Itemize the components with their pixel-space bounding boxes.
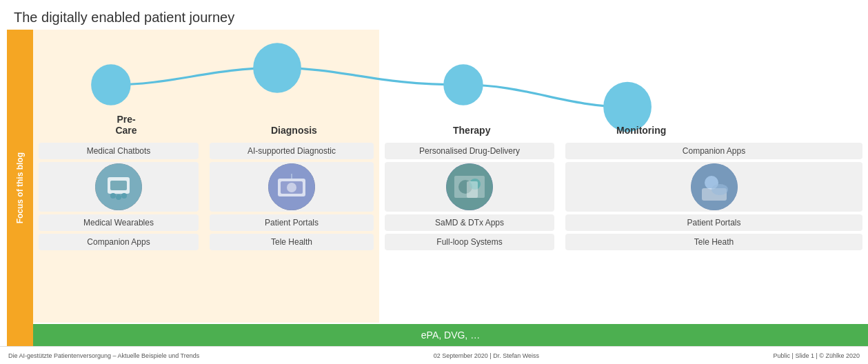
stage-label-diagnosis: Diagnosis	[271, 125, 317, 136]
card-tele-health-label: Tele Health	[210, 234, 374, 250]
card-patient-portals-monitoring-label: Patient Portals	[565, 214, 862, 231]
stage-label-therapy: Therapy	[453, 125, 490, 136]
card-chatbots-image	[39, 162, 199, 212]
svg-point-8	[116, 194, 121, 200]
svg-point-0	[91, 64, 130, 105]
path-row: Pre-Care Diagnosis Therapy Monitoring	[33, 30, 868, 140]
svg-point-2	[443, 64, 483, 105]
card-samd-label: SaMD & DTx Apps	[385, 214, 554, 231]
card-patient-portals-diag-label: Patient Portals	[210, 214, 374, 231]
footer: Die AI-gestützte Patientenversorgung – A…	[0, 346, 868, 364]
svg-point-7	[110, 193, 116, 199]
card-companion-precare-label: Companion Apps	[39, 234, 199, 250]
svg-point-1	[253, 43, 301, 93]
svg-rect-6	[110, 181, 127, 190]
card-chatbots-label: Medical Chatbots	[39, 143, 199, 159]
footer-left: Die AI-gestützte Patientenversorgung – A…	[8, 352, 199, 359]
sidebar-label: Focus of this blog	[15, 152, 25, 223]
svg-point-13	[287, 183, 296, 192]
card-drug-delivery-image	[385, 162, 554, 212]
footer-right: Public | Slide 1 | © Zühlke 2020	[774, 352, 860, 359]
col-therapy: Personalised Drug-Delivery	[379, 140, 560, 323]
footer-center: 02 September 2020 | Dr. Stefan Weiss	[434, 352, 539, 359]
col-monitoring: Companion Apps Patient Portals Tel	[560, 140, 868, 323]
card-ai-diag-image	[210, 162, 374, 212]
slide: The digitally enabled patient journey Fo…	[0, 0, 868, 364]
main-area: Focus of this blog	[0, 30, 868, 346]
col-precare: Medical Chatbots	[33, 140, 204, 323]
epa-bar: ePA, DVG, …	[33, 324, 868, 346]
companion-circle-img	[691, 163, 738, 210]
cards-row: Medical Chatbots	[33, 140, 868, 323]
card-ai-diag-label: AI-supported Diagnostic	[210, 143, 374, 159]
chatbot-circle-img	[95, 163, 142, 210]
stage-label-precare: Pre-Care	[109, 114, 143, 136]
epa-bar-label: ePA, DVG, …	[421, 330, 480, 341]
svg-point-9	[121, 193, 127, 199]
card-drug-delivery-label: Personalised Drug-Delivery	[385, 143, 554, 159]
journey-path-svg	[33, 30, 868, 140]
svg-point-23	[711, 184, 728, 195]
orange-sidebar: Focus of this blog	[7, 30, 33, 346]
card-tele-heath-label: Tele Heath	[565, 234, 862, 250]
card-wearables-label: Medical Wearables	[39, 214, 199, 231]
card-companion-monitoring-label: Companion Apps	[565, 143, 862, 159]
svg-rect-19	[467, 181, 478, 198]
card-companion-monitoring-image	[565, 162, 862, 212]
drug-del-circle-img	[446, 163, 493, 210]
ai-diag-circle-img	[268, 163, 315, 210]
slide-title: The digitally enabled patient journey	[0, 0, 868, 30]
stage-label-monitoring: Monitoring	[616, 125, 666, 136]
card-fullloop-label: Full-loop Systems	[385, 234, 554, 250]
col-diagnosis: AI-supported Diagnostic Pat	[204, 140, 379, 323]
journey-content: Pre-Care Diagnosis Therapy Monitoring	[33, 30, 868, 346]
